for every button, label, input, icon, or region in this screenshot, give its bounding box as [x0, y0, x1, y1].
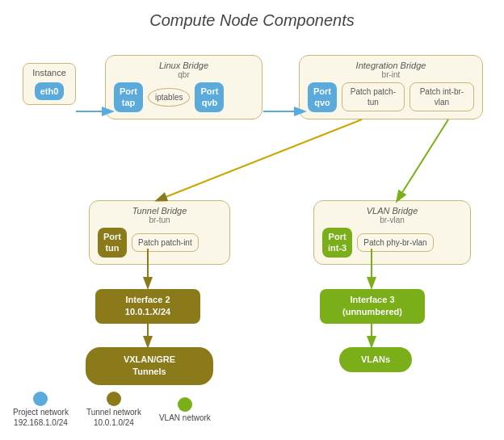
patch-int: Patch patch-int — [132, 233, 199, 252]
legend: Project network 192.168.1.0/24 Tunnel ne… — [13, 392, 211, 427]
vlan-bridge-title: VLAN Bridge — [322, 206, 462, 216]
legend-circle-tunnel — [107, 392, 121, 406]
iptables: iptables — [148, 88, 190, 107]
instance-label: Instance — [32, 68, 67, 78]
svg-line-3 — [397, 119, 448, 200]
legend-text-tunnel-sub: 10.0.1.0/24 — [94, 418, 134, 427]
port-qvo: Port qvo — [308, 82, 337, 112]
legend-text-project: Project network — [13, 408, 69, 417]
interface3-label: Interface 3 — [330, 294, 415, 306]
eth0-port: eth0 — [35, 82, 65, 100]
integration-bridge-title: Integration Bridge — [308, 61, 474, 70]
port-qvb: Port qvb — [195, 82, 224, 112]
interface2-sublabel: 10.0.1.X/24 — [105, 306, 191, 318]
legend-tunnel: Tunnel network 10.0.1.0/24 — [86, 392, 141, 427]
patch-tun: Patch patch-tun — [342, 82, 405, 111]
tunnel-bridge-box: Tunnel Bridge br-tun Port tun Patch patc… — [89, 200, 230, 265]
legend-text-tunnel: Tunnel network — [86, 408, 141, 417]
vlans-label: VLANs — [351, 354, 401, 366]
interface3-sublabel: (unnumbered) — [330, 306, 415, 318]
linux-bridge-title: Linux Bridge — [114, 61, 254, 70]
legend-text-vlan: VLAN network — [159, 413, 211, 422]
tunnel-bridge-subtitle: br-tun — [98, 216, 221, 224]
page-title: Compute Node Components — [0, 0, 504, 38]
integration-bridge-subtitle: br-int — [308, 70, 474, 79]
instance-box: Instance eth0 — [23, 63, 76, 105]
linux-bridge-box: Linux Bridge qbr Port tap iptables Port … — [105, 55, 262, 119]
legend-circle-project — [33, 392, 48, 406]
vxlan-label: VXLAN/GRE Tunnels — [97, 354, 202, 379]
integration-bridge-box: Integration Bridge br-int Port qvo Patch… — [299, 55, 483, 119]
port-int3: Port int-3 — [322, 228, 352, 258]
tunnel-bridge-title: Tunnel Bridge — [98, 206, 221, 216]
legend-project: Project network 192.168.1.0/24 — [13, 392, 69, 427]
vlans-box: VLANs — [339, 347, 412, 372]
vlan-bridge-subtitle: br-vlan — [322, 216, 462, 224]
interface2-box: Interface 2 10.0.1.X/24 — [95, 289, 200, 324]
patch-int-br-vlan: Patch int-br-vlan — [410, 82, 474, 111]
vlan-bridge-box: VLAN Bridge br-vlan Port int-3 Patch phy… — [313, 200, 471, 265]
port-tap: Port tap — [114, 82, 143, 112]
legend-circle-vlan — [178, 397, 192, 412]
svg-line-2 — [158, 119, 362, 200]
port-tun: Port tun — [98, 228, 127, 258]
patch-phy: Patch phy-br-vlan — [357, 233, 433, 252]
interface2-label: Interface 2 — [105, 294, 191, 306]
vxlan-box: VXLAN/GRE Tunnels — [86, 347, 213, 385]
interface3-box: Interface 3 (unnumbered) — [320, 289, 425, 324]
legend-text-project-sub: 192.168.1.0/24 — [14, 418, 68, 427]
linux-bridge-subtitle: qbr — [114, 70, 254, 79]
legend-vlan: VLAN network — [159, 397, 211, 422]
